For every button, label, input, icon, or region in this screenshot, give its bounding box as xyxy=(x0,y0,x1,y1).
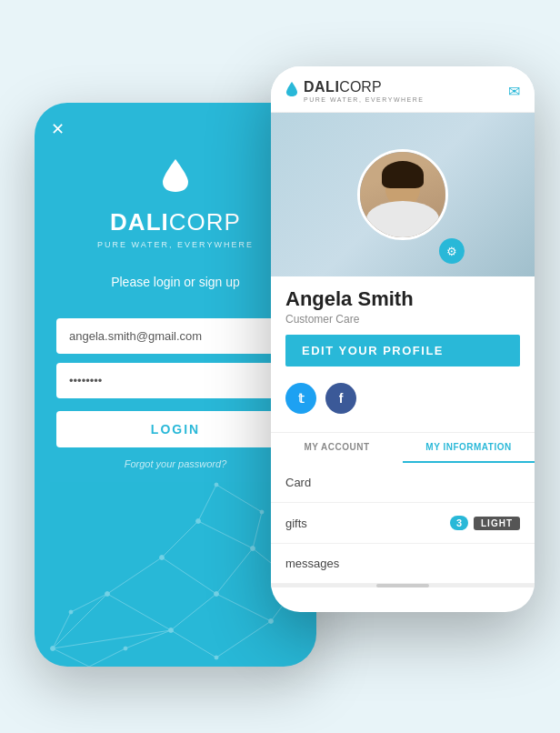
svg-line-9 xyxy=(216,594,271,621)
email-input[interactable] xyxy=(56,318,295,354)
svg-point-27 xyxy=(196,519,201,524)
gifts-badge: 3 xyxy=(450,516,468,530)
edit-profile-button[interactable]: EDiT YOUR PROFILE xyxy=(285,335,520,366)
menu-list: Card gifts 3 LIGHT messages xyxy=(271,463,535,584)
tab-my-information[interactable]: MY INFORMATION xyxy=(403,433,535,463)
svg-line-4 xyxy=(162,557,216,594)
scroll-hint xyxy=(271,584,535,587)
water-drop-icon xyxy=(161,157,190,197)
svg-line-19 xyxy=(198,485,216,521)
phone-profile: DALI CORP PURE WATER, EVERYWHERE ✉ ⚙ xyxy=(271,66,535,612)
light-tag: LIGHT xyxy=(474,517,520,530)
svg-point-24 xyxy=(169,628,174,633)
svg-point-34 xyxy=(124,647,127,650)
svg-line-20 xyxy=(216,485,262,512)
facebook-button[interactable]: f xyxy=(325,383,356,414)
svg-line-3 xyxy=(107,557,162,594)
water-drop-small-icon xyxy=(285,81,298,101)
close-button[interactable]: ✕ xyxy=(51,119,65,139)
brand-dali-back: DALI xyxy=(110,208,169,236)
svg-line-16 xyxy=(71,594,107,612)
scroll-handle xyxy=(376,584,429,587)
svg-line-8 xyxy=(216,548,253,594)
phones-container: ✕ DALI CORP PURE WATER, EVERYWHERE Pleas… xyxy=(16,48,544,685)
menu-item-card[interactable]: Card xyxy=(271,463,535,503)
facebook-icon: f xyxy=(339,391,344,406)
svg-line-17 xyxy=(125,630,171,648)
profile-role: Customer Care xyxy=(285,313,520,326)
profile-header: DALI CORP PURE WATER, EVERYWHERE ✉ xyxy=(271,66,535,113)
gifts-badges: 3 LIGHT xyxy=(450,516,520,530)
svg-point-25 xyxy=(160,556,165,560)
svg-point-28 xyxy=(251,547,255,551)
profile-background xyxy=(271,113,535,276)
svg-line-12 xyxy=(53,648,89,667)
svg-point-29 xyxy=(269,619,274,624)
svg-line-21 xyxy=(253,512,262,548)
svg-line-7 xyxy=(198,521,253,548)
svg-point-35 xyxy=(215,656,218,659)
svg-line-1 xyxy=(107,594,171,630)
svg-point-33 xyxy=(69,610,73,614)
svg-point-23 xyxy=(105,592,110,597)
brand-back: DALI CORP xyxy=(110,208,241,236)
avatar-face xyxy=(360,152,445,237)
svg-point-22 xyxy=(51,647,55,651)
email-icon[interactable]: ✉ xyxy=(508,83,520,100)
password-input[interactable] xyxy=(56,363,295,398)
svg-line-0 xyxy=(53,594,107,648)
avatar xyxy=(357,149,448,240)
social-icons: 𝕥 f xyxy=(285,376,520,425)
svg-line-2 xyxy=(53,630,171,648)
twitter-icon: 𝕥 xyxy=(298,391,305,406)
svg-point-32 xyxy=(260,510,264,514)
svg-point-31 xyxy=(215,483,218,487)
svg-line-5 xyxy=(171,594,216,630)
avatar-hair xyxy=(382,161,424,188)
profile-tabs: MY ACCOUNT MY INFORMATION xyxy=(271,432,535,463)
menu-item-messages[interactable]: messages xyxy=(271,544,535,584)
menu-item-card-label: Card xyxy=(285,476,311,489)
profile-info: Angela Smith Customer Care EDiT YOUR PRO… xyxy=(271,276,535,432)
settings-gear-icon[interactable]: ⚙ xyxy=(439,238,465,264)
tab-my-account[interactable]: MY ACCOUNT xyxy=(271,433,403,463)
svg-line-15 xyxy=(53,612,71,648)
brand-front: DALI CORP PURE WATER, EVERYWHERE xyxy=(285,79,424,103)
twitter-button[interactable]: 𝕥 xyxy=(285,383,316,414)
login-button[interactable]: LOGIN xyxy=(56,411,295,447)
profile-image-area: ⚙ xyxy=(271,113,535,276)
profile-name: Angela Smith xyxy=(285,287,520,311)
tagline-front: PURE WATER, EVERYWHERE xyxy=(304,96,424,103)
svg-line-18 xyxy=(89,648,125,667)
brand-dali-front: DALI xyxy=(304,79,339,95)
tagline-back: PURE WATER, EVERYWHERE xyxy=(97,240,254,249)
svg-point-26 xyxy=(215,592,219,597)
svg-line-6 xyxy=(162,521,198,557)
menu-item-gifts[interactable]: gifts 3 LIGHT xyxy=(271,503,535,544)
menu-item-messages-label: messages xyxy=(285,557,339,570)
brand-corp-back: CORP xyxy=(169,208,241,236)
menu-item-gifts-label: gifts xyxy=(285,517,307,530)
svg-line-13 xyxy=(171,630,216,658)
svg-line-14 xyxy=(216,621,271,658)
brand-corp-front: CORP xyxy=(339,79,381,95)
login-subtitle: Please login or sign up xyxy=(111,275,240,289)
